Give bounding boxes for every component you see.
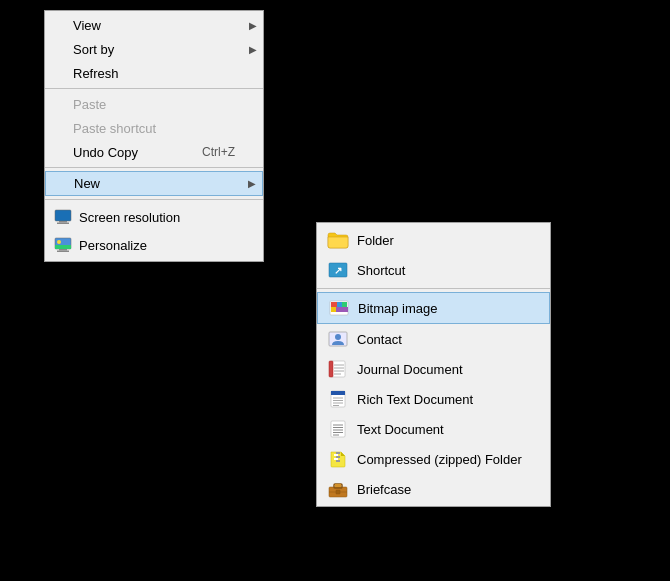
paste-label: Paste: [73, 97, 106, 112]
svg-rect-44: [335, 484, 341, 487]
svg-point-17: [335, 334, 341, 340]
menu-item-view[interactable]: View: [45, 13, 263, 37]
menu-item-screen-resolution[interactable]: Screen resolution: [45, 203, 263, 231]
new-label: New: [74, 176, 100, 191]
new-submenu: Folder ↗ Shortcut Bitmap image: [316, 222, 551, 507]
svg-rect-13: [342, 302, 347, 307]
folder-icon: [327, 229, 349, 251]
svg-rect-40: [334, 454, 338, 456]
shortcut-label: Shortcut: [357, 263, 405, 278]
journal-label: Journal Document: [357, 362, 463, 377]
separator-2: [45, 167, 263, 168]
contact-icon: [327, 328, 349, 350]
bitmap-icon: [328, 297, 350, 319]
undo-copy-shortcut: Ctrl+Z: [172, 145, 235, 159]
svg-rect-12: [337, 302, 342, 307]
svg-rect-15: [336, 307, 348, 312]
menu-item-undo-copy[interactable]: Undo Copy Ctrl+Z: [45, 140, 263, 164]
textdoc-label: Text Document: [357, 422, 444, 437]
svg-rect-14: [331, 307, 336, 312]
context-menu: View Sort by Refresh Paste Paste shortcu…: [44, 10, 264, 262]
submenu-item-shortcut[interactable]: ↗ Shortcut: [317, 255, 550, 285]
contact-label: Contact: [357, 332, 402, 347]
zipped-icon: [327, 448, 349, 470]
svg-rect-46: [336, 490, 340, 494]
screen-resolution-icon: [53, 207, 73, 227]
journal-icon: [327, 358, 349, 380]
personalize-label: Personalize: [79, 238, 147, 253]
menu-item-new[interactable]: New: [45, 171, 263, 196]
svg-rect-4: [55, 245, 71, 249]
svg-rect-41: [334, 458, 338, 460]
svg-rect-0: [55, 210, 71, 221]
submenu-item-journal[interactable]: Journal Document: [317, 354, 550, 384]
undo-copy-label: Undo Copy: [73, 145, 138, 160]
personalize-icon: [53, 235, 73, 255]
svg-rect-11: [331, 302, 337, 307]
view-label: View: [73, 18, 101, 33]
svg-rect-1: [59, 221, 67, 223]
zipped-label: Compressed (zipped) Folder: [357, 452, 522, 467]
svg-rect-37: [336, 452, 340, 454]
richtext-icon: [327, 388, 349, 410]
svg-rect-6: [57, 251, 69, 253]
folder-label: Folder: [357, 233, 394, 248]
svg-rect-39: [336, 460, 340, 462]
textdoc-icon: [327, 418, 349, 440]
menu-item-personalize[interactable]: Personalize: [45, 231, 263, 259]
separator-3: [45, 199, 263, 200]
svg-point-7: [57, 240, 61, 244]
svg-rect-20: [329, 361, 333, 377]
bitmap-label: Bitmap image: [358, 301, 437, 316]
svg-rect-38: [336, 456, 340, 458]
svg-rect-26: [331, 391, 345, 395]
svg-rect-5: [59, 249, 67, 251]
separator-1: [45, 88, 263, 89]
submenu-item-richtext[interactable]: Rich Text Document: [317, 384, 550, 414]
menu-item-refresh[interactable]: Refresh: [45, 61, 263, 85]
svg-text:↗: ↗: [334, 265, 342, 276]
submenu-item-folder[interactable]: Folder: [317, 225, 550, 255]
svg-rect-2: [57, 223, 69, 225]
shortcut-icon: ↗: [327, 259, 349, 281]
menu-item-sortby[interactable]: Sort by: [45, 37, 263, 61]
briefcase-label: Briefcase: [357, 482, 411, 497]
menu-item-paste-shortcut[interactable]: Paste shortcut: [45, 116, 263, 140]
screen-resolution-label: Screen resolution: [79, 210, 180, 225]
sortby-label: Sort by: [73, 42, 114, 57]
submenu-item-textdoc[interactable]: Text Document: [317, 414, 550, 444]
submenu-separator-1: [317, 288, 550, 289]
submenu-item-briefcase[interactable]: Briefcase: [317, 474, 550, 504]
submenu-item-contact[interactable]: Contact: [317, 324, 550, 354]
submenu-item-bitmap[interactable]: Bitmap image: [317, 292, 550, 324]
richtext-label: Rich Text Document: [357, 392, 473, 407]
paste-shortcut-label: Paste shortcut: [73, 121, 156, 136]
briefcase-icon: [327, 478, 349, 500]
menu-item-paste[interactable]: Paste: [45, 92, 263, 116]
refresh-label: Refresh: [73, 66, 119, 81]
submenu-item-zipped[interactable]: Compressed (zipped) Folder: [317, 444, 550, 474]
